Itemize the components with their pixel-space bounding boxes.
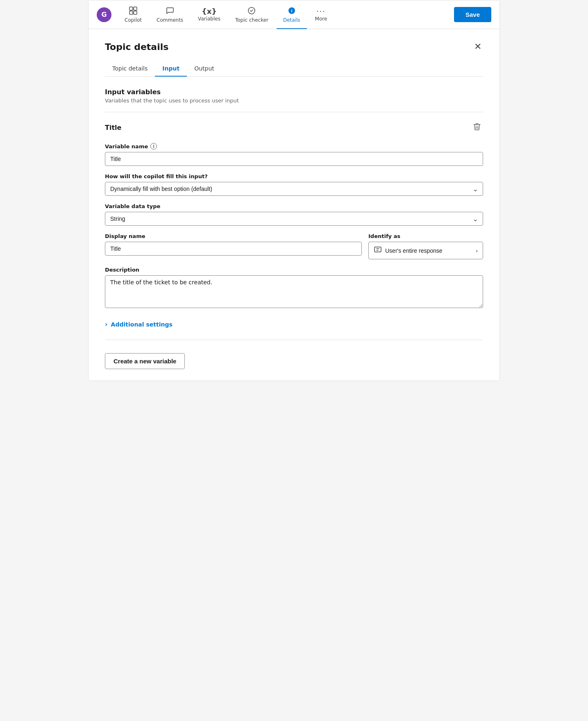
top-nav: G Copilot — [89, 0, 499, 29]
main-panel: Topic details ✕ Topic details Input Outp… — [89, 29, 499, 381]
details-icon: i — [287, 6, 296, 16]
identify-as-button[interactable]: User's entire response › — [368, 242, 483, 259]
panel-title: Topic details — [105, 42, 168, 52]
nav-label-topic-checker: Topic checker — [235, 17, 268, 23]
divider-top — [105, 112, 483, 112]
nav-label-comments: Comments — [157, 17, 183, 23]
svg-rect-0 — [129, 7, 133, 10]
data-type-label: Variable data type — [105, 203, 483, 209]
variable-card-title: Title — [105, 124, 121, 132]
divider-bottom — [105, 340, 483, 340]
variable-name-label: Variable name i — [105, 143, 483, 150]
avatar: G — [97, 7, 111, 22]
identify-as-field-group: Identify as User's entire response › — [368, 233, 483, 259]
identify-as-icon — [374, 245, 382, 256]
display-identify-row: Display name Identify as User's entire r… — [105, 233, 483, 259]
fill-input-field-group: How will the copilot fill this input? Dy… — [105, 173, 483, 196]
copilot-icon — [129, 6, 138, 16]
svg-rect-2 — [129, 11, 133, 14]
tab-output[interactable]: Output — [187, 61, 222, 77]
comments-icon — [166, 6, 175, 16]
description-label: Description — [105, 267, 483, 273]
variables-icon: {x} — [202, 8, 217, 15]
more-icon: ··· — [316, 8, 326, 15]
fill-input-select[interactable]: Dynamically fill with best option (defau… — [105, 182, 483, 196]
section-description: Variables that the topic uses to process… — [105, 97, 483, 104]
additional-settings-chevron-icon: › — [105, 320, 108, 328]
save-button[interactable]: Save — [454, 7, 491, 22]
display-name-input[interactable] — [105, 242, 362, 256]
additional-settings-label: Additional settings — [111, 321, 173, 328]
fill-input-select-wrapper: Dynamically fill with best option (defau… — [105, 182, 483, 196]
nav-label-details: Details — [283, 17, 300, 23]
nav-item-topic-checker[interactable]: Topic checker — [229, 4, 275, 25]
tab-topic-details[interactable]: Topic details — [105, 61, 155, 77]
variable-name-field-group: Variable name i — [105, 143, 483, 166]
nav-label-variables: Variables — [198, 16, 220, 22]
svg-rect-1 — [134, 7, 137, 10]
variable-name-input[interactable] — [105, 152, 483, 166]
nav-item-copilot[interactable]: Copilot — [118, 4, 148, 25]
description-textarea[interactable]: The title of the ticket to be created. — [105, 275, 483, 308]
fill-input-label: How will the copilot fill this input? — [105, 173, 483, 179]
nav-item-details[interactable]: i Details — [277, 4, 307, 25]
nav-item-comments[interactable]: Comments — [150, 4, 190, 25]
data-type-select[interactable]: String — [105, 212, 483, 226]
panel-header: Topic details ✕ — [105, 41, 483, 53]
svg-rect-3 — [134, 11, 137, 14]
nav-item-variables[interactable]: {x} Variables — [191, 5, 227, 24]
identify-as-chevron-icon: › — [476, 247, 478, 254]
variable-name-info-icon[interactable]: i — [150, 143, 157, 150]
nav-items: Copilot Comments {x} Variables — [118, 4, 447, 25]
additional-settings-toggle[interactable]: › Additional settings — [105, 317, 483, 331]
tabs: Topic details Input Output — [105, 61, 483, 77]
svg-rect-7 — [375, 247, 381, 252]
display-name-field-group: Display name — [105, 233, 362, 259]
nav-label-more: More — [315, 16, 327, 22]
data-type-select-wrapper: String ⌄ — [105, 212, 483, 226]
identify-as-label: Identify as — [368, 233, 483, 239]
display-name-label: Display name — [105, 233, 362, 239]
data-type-field-group: Variable data type String ⌄ — [105, 203, 483, 226]
create-variable-button[interactable]: Create a new variable — [105, 353, 185, 369]
topic-checker-icon — [247, 6, 256, 16]
description-field-group: Description The title of the ticket to b… — [105, 267, 483, 310]
close-button[interactable]: ✕ — [472, 41, 483, 53]
delete-variable-button[interactable] — [471, 120, 483, 135]
variable-card-header: Title — [105, 120, 483, 135]
nav-item-more[interactable]: ··· More — [309, 5, 334, 24]
section-heading-input-variables: Input variables — [105, 88, 483, 96]
tab-input[interactable]: Input — [155, 61, 187, 77]
variable-card: Title Variable name i How will the copil… — [105, 120, 483, 310]
nav-label-copilot: Copilot — [125, 17, 142, 23]
svg-text:i: i — [291, 8, 292, 13]
app-container: G Copilot — [88, 0, 500, 381]
identify-as-text: User's entire response — [385, 247, 472, 254]
